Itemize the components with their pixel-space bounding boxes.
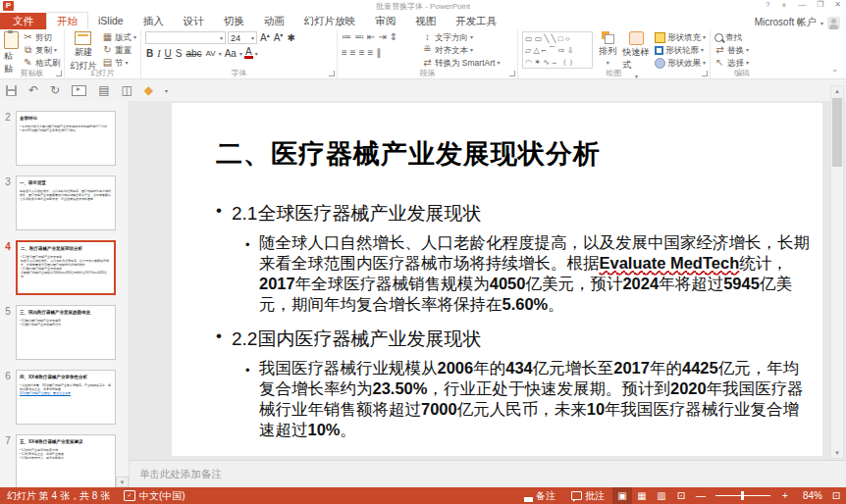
- character-spacing-button[interactable]: AV: [205, 49, 217, 58]
- font-color-button[interactable]: A: [244, 47, 253, 59]
- tab-design[interactable]: 设计: [174, 13, 214, 29]
- thumbnail-box[interactable]: 全面结论 • 本报告对全球及国内医疗器械产业发展现状与发展趋势进行了分析。 • …: [16, 111, 116, 166]
- tab-review[interactable]: 审阅: [365, 13, 405, 29]
- ribbon-display-options-icon[interactable]: ⌅: [780, 0, 787, 9]
- align-center-icon[interactable]: ≡: [350, 47, 356, 58]
- quick-print-icon[interactable]: ◫: [121, 83, 132, 97]
- shapes-row-1[interactable]: ▭ ▭ ╲ ╲ □ ○: [525, 33, 590, 45]
- bullet-paragraph-2[interactable]: • 我国医疗器械行业规模从2006年的434亿元增长至2017年的4425亿元，…: [245, 358, 813, 440]
- account-menu[interactable]: Microsoft 帐户 ▾: [755, 16, 846, 29]
- scroll-down-icon[interactable]: ▼: [831, 448, 843, 458]
- language-indicator[interactable]: 中文(中国): [139, 489, 185, 503]
- thumbnail-box[interactable]: 五、XX省医疗器械产业发展建议 • 5.1加强产业规划与政策支持 • 5.2培育…: [16, 434, 116, 487]
- font-dialog-launcher-icon[interactable]: [329, 71, 335, 76]
- tab-file[interactable]: 文件: [0, 13, 46, 29]
- comments-toggle-button[interactable]: 批注: [563, 487, 612, 504]
- tab-home[interactable]: 开始: [46, 12, 88, 29]
- bullet-paragraph-text[interactable]: 随全球人口自然增长、人口老龄化程度提高，以及发展中国家经济增长，长期来看全球范围…: [259, 232, 813, 315]
- numbering-icon[interactable]: ≕: [354, 31, 364, 42]
- thumbnail-slide-5[interactable]: 5 三、国内医疗器械产业发展趋势信息 • 3.1国内医疗器械产业发展趋势 • 3…: [0, 305, 129, 360]
- shape-fill-button[interactable]: 形状填充 ▾: [655, 31, 706, 43]
- increase-indent-icon[interactable]: ⇥: [378, 31, 386, 42]
- tab-islide[interactable]: iSlide: [88, 13, 133, 29]
- notes-pane[interactable]: 单击此处添加备注: [130, 460, 846, 487]
- fit-to-window-icon[interactable]: ⊡: [826, 487, 846, 504]
- scroll-up-icon[interactable]: ▲: [831, 86, 843, 96]
- thumbnail-slide-7[interactable]: 7 五、XX省医疗器械产业发展建议 • 5.1加强产业规划与政策支持 • 5.2…: [0, 434, 129, 487]
- tab-developer[interactable]: 开发工具: [446, 13, 506, 29]
- redo-icon[interactable]: ↻: [50, 83, 60, 97]
- thumbnail-scroll-down-icon[interactable]: ▼: [116, 477, 129, 487]
- replace-button[interactable]: ⇄ 替换 ▾: [714, 44, 769, 56]
- thumbnail-slide-3[interactable]: 3 一、研究背景 随着全球人口自然增长、人口老龄化程度提高，医疗器械市场需求持续…: [0, 176, 129, 230]
- bold-button[interactable]: B: [145, 48, 154, 59]
- bullet-paragraph-text[interactable]: 我国医疗器械行业规模从2006年的434亿元增长至2017年的4425亿元，年均…: [259, 358, 813, 440]
- text-shadow-button[interactable]: S: [175, 48, 184, 59]
- find-button[interactable]: 查找: [714, 31, 769, 43]
- tab-slideshow[interactable]: 幻灯片放映: [294, 13, 366, 29]
- layout-button[interactable]: ▦ 版式 ▾: [102, 31, 136, 43]
- shapes-gallery[interactable]: ▭ ▭ ╲ ╲ □ ○ ▱ △ ⌐ ⌒ ⇨ ⇩ ◠ ✶ ∿ ⌣ （ ）: [522, 31, 593, 69]
- text-direction-button[interactable]: ↕ 文字方向 ▾: [422, 31, 500, 43]
- paragraph-dialog-launcher-icon[interactable]: [509, 71, 515, 76]
- tab-transitions[interactable]: 切换: [214, 13, 254, 29]
- underline-button[interactable]: U: [164, 48, 173, 59]
- bullet-heading-1[interactable]: • 2.1全球医疗器械产业发展现状: [216, 201, 805, 227]
- tab-animations[interactable]: 动画: [254, 13, 294, 29]
- bullet-heading-2[interactable]: • 2.2国内医疗器械产业发展现状: [216, 327, 805, 352]
- align-left-icon[interactable]: ≡: [342, 47, 347, 58]
- thumbnail-slide-4-selected[interactable]: 4 二、医疗器械产业发展现状分析 • 2.1全球医疗器械产业发展现状 随全球人口…: [0, 240, 129, 295]
- tab-view[interactable]: 视图: [405, 13, 446, 29]
- cut-button[interactable]: ✂ 剪切: [23, 31, 61, 43]
- reading-view-icon[interactable]: ▥: [652, 487, 671, 504]
- line-spacing-icon[interactable]: ⇕: [390, 31, 397, 42]
- notes-placeholder[interactable]: 单击此处添加备注: [130, 468, 222, 481]
- zoom-level[interactable]: 84%: [795, 490, 826, 501]
- decrease-indent-icon[interactable]: ⇤: [367, 31, 375, 42]
- slide-sorter-view-icon[interactable]: ▦: [632, 487, 652, 504]
- print-preview-icon[interactable]: ▤: [98, 83, 109, 97]
- save-icon[interactable]: [6, 85, 17, 96]
- notes-toggle-button[interactable]: 备注: [516, 487, 563, 504]
- bullets-icon[interactable]: ≔: [342, 31, 351, 42]
- spell-check-icon[interactable]: ✓: [124, 490, 135, 501]
- help-icon[interactable]: ?: [766, 0, 769, 9]
- font-size-combo[interactable]: 24 ▾: [228, 31, 257, 44]
- reset-button[interactable]: ↻ 重置: [102, 44, 136, 56]
- thumbnail-box[interactable]: 三、国内医疗器械产业发展趋势信息 • 3.1国内医疗器械产业发展趋势 • 3.2…: [16, 305, 116, 360]
- columns-icon[interactable]: ∥: [376, 47, 381, 58]
- zoom-out-icon[interactable]: —: [691, 487, 711, 504]
- grow-font-button[interactable]: A▴: [259, 31, 271, 43]
- copy-button[interactable]: ⧉ 复制 ▾: [23, 44, 61, 56]
- shapes-row-2[interactable]: ▱ △ ⌐ ⌒ ⇨ ⇩: [525, 45, 590, 57]
- align-right-icon[interactable]: ≡: [359, 47, 365, 58]
- bullet-heading-text[interactable]: 2.1全球医疗器械产业发展现状: [232, 201, 481, 227]
- justify-icon[interactable]: ≡: [368, 47, 374, 58]
- clipboard-dialog-launcher-icon[interactable]: [56, 71, 62, 76]
- minimize-icon[interactable]: —: [798, 0, 806, 9]
- scrollbar-thumb[interactable]: [832, 98, 842, 167]
- align-text-button[interactable]: ≞ 对齐文本 ▾: [422, 44, 500, 56]
- zoom-in-icon[interactable]: +: [775, 487, 795, 504]
- shape-outline-button[interactable]: 形状轮廓 ▾: [655, 44, 706, 56]
- avatar[interactable]: [827, 17, 840, 29]
- thumbnail-box[interactable]: 一、研究背景 随着全球人口自然增长、人口老龄化程度提高，医疗器械市场需求持续增长…: [16, 176, 116, 230]
- slide-title-textbox[interactable]: 二、医疗器械产业发展现状分析: [216, 136, 805, 172]
- restore-icon[interactable]: ❐: [817, 0, 823, 9]
- vertical-scrollbar[interactable]: ▲ ▼: [830, 85, 844, 459]
- change-case-button[interactable]: Aa: [224, 48, 238, 59]
- new-slide-button[interactable]: 新建 幻灯片: [69, 31, 98, 73]
- bullet-paragraph-1[interactable]: • 随全球人口自然增长、人口老龄化程度提高，以及发展中国家经济增长，长期来看全球…: [245, 232, 813, 315]
- bullet-heading-text[interactable]: 2.2国内医疗器械产业发展现状: [232, 327, 481, 352]
- undo-icon[interactable]: ↶: [28, 83, 38, 97]
- collapse-ribbon-icon[interactable]: ⌃: [831, 69, 838, 77]
- tab-insert[interactable]: 插入: [133, 13, 174, 29]
- thumbnail-slide-2[interactable]: 2 全面结论 • 本报告对全球及国内医疗器械产业发展现状与发展趋势进行了分析。 …: [0, 111, 129, 166]
- addin-icon[interactable]: ◆: [144, 83, 153, 97]
- font-name-combo[interactable]: ▾: [145, 31, 226, 44]
- normal-view-icon[interactable]: ▣: [612, 487, 632, 504]
- zoom-slider-thumb[interactable]: [741, 491, 744, 500]
- clear-formatting-button[interactable]: ✱: [286, 32, 295, 43]
- close-icon[interactable]: ✕: [834, 0, 841, 9]
- thumbnail-box[interactable]: 二、医疗器械产业发展现状分析 • 2.1全球医疗器械产业发展现状 随全球人口自然…: [16, 240, 116, 295]
